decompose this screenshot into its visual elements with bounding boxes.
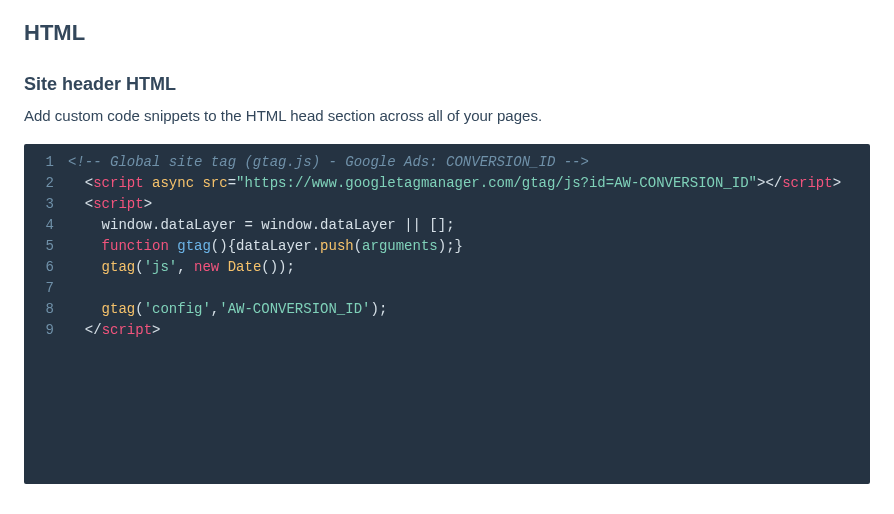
line-content: </script> [68, 320, 160, 341]
line-number: 5 [24, 236, 68, 257]
line-number: 8 [24, 299, 68, 320]
line-number: 7 [24, 278, 68, 299]
code-editor[interactable]: 1 <!-- Global site tag (gtag.js) - Googl… [24, 144, 870, 484]
code-line: 4 window.dataLayer = window.dataLayer ||… [24, 215, 870, 236]
page-title: HTML [24, 20, 870, 46]
line-content: gtag('js', new Date()); [68, 257, 295, 278]
line-content: <script> [68, 194, 152, 215]
line-number: 2 [24, 173, 68, 194]
code-line: 6 gtag('js', new Date()); [24, 257, 870, 278]
code-line: 5 function gtag(){dataLayer.push(argumen… [24, 236, 870, 257]
line-content: <script async src="https://www.googletag… [68, 173, 841, 194]
line-content: <!-- Global site tag (gtag.js) - Google … [68, 152, 589, 173]
section-description: Add custom code snippets to the HTML hea… [24, 107, 870, 124]
section-title: Site header HTML [24, 74, 870, 95]
line-number: 1 [24, 152, 68, 173]
line-content: gtag('config','AW-CONVERSION_ID'); [68, 299, 387, 320]
code-line: 3 <script> [24, 194, 870, 215]
line-content: function gtag(){dataLayer.push(arguments… [68, 236, 463, 257]
line-content: window.dataLayer = window.dataLayer || [… [68, 215, 455, 236]
code-line: 7 [24, 278, 870, 299]
code-line: 1 <!-- Global site tag (gtag.js) - Googl… [24, 152, 870, 173]
line-number: 3 [24, 194, 68, 215]
code-line: 2 <script async src="https://www.googlet… [24, 173, 870, 194]
line-number: 6 [24, 257, 68, 278]
line-number: 4 [24, 215, 68, 236]
line-number: 9 [24, 320, 68, 341]
code-line: 8 gtag('config','AW-CONVERSION_ID'); [24, 299, 870, 320]
code-line: 9 </script> [24, 320, 870, 341]
